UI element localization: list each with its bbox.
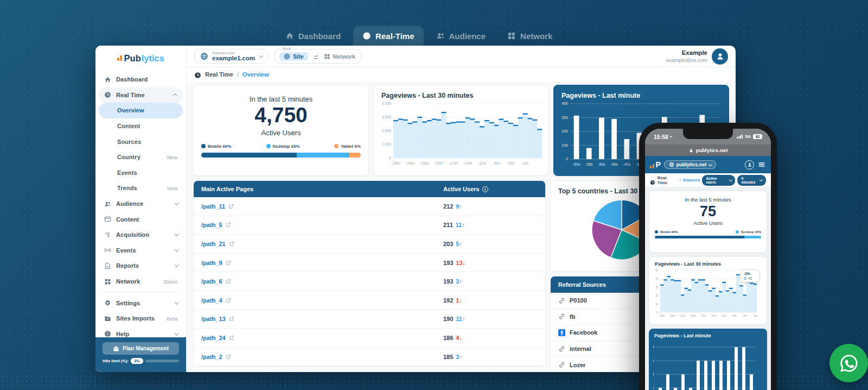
top-navigation: DashboardReal-TimeAudienceNetwork (0, 26, 853, 46)
gear-icon (104, 299, 111, 306)
svg-text:-20m: -20m (435, 161, 443, 165)
page-path-link[interactable]: /path_11 (194, 203, 234, 210)
page-path-link[interactable]: /path_5 (194, 222, 231, 228)
pageviews-30min-card: Pageviews - Last 30 minutes 01,0002,0003… (373, 85, 549, 176)
info-icon[interactable]: i (482, 186, 488, 192)
avatar[interactable] (712, 48, 728, 65)
breadcrumb-page[interactable]: Overview (242, 71, 269, 78)
svg-text:-8m: -8m (493, 161, 500, 165)
svg-text:2: 2 (653, 373, 654, 376)
chevron-down-icon (174, 263, 178, 267)
sidebar-item-acquisition[interactable]: Acquisition (99, 227, 183, 243)
legend-item: Tablet 6% (334, 144, 361, 149)
active-users-card: In the last 5 minutes 4,750 Active Users… (193, 85, 369, 176)
hamburger-menu-icon[interactable] (757, 161, 766, 168)
nav-tab-dashboard[interactable]: Dashboard (276, 26, 350, 46)
svg-text:-26m: -26m (669, 314, 675, 317)
sidebar-item-overview[interactable]: Overview (99, 103, 183, 118)
svg-text:-2m: -2m (522, 161, 528, 165)
facebook-icon (558, 329, 565, 336)
whatsapp-button[interactable] (829, 344, 868, 382)
sidebar-footer: Plan Management Hits limit (%): 3% (95, 337, 186, 372)
svg-text:-23m: -23m (680, 314, 686, 317)
sidebar-item-content[interactable]: Content (99, 118, 183, 134)
grid-icon (104, 278, 111, 285)
page-path-link[interactable]: /path_4 (194, 297, 231, 304)
external-link-icon (229, 316, 234, 322)
clock-icon (104, 91, 111, 98)
active-users-cell: 1853↑ (443, 354, 462, 360)
table-title: Main Active Pages (194, 186, 253, 192)
page-path-link[interactable]: /path_24 (194, 335, 234, 341)
device-stacked-bar (201, 153, 361, 158)
mode-site-button[interactable]: Site (279, 52, 308, 61)
svg-text:-40s: -40s (623, 162, 630, 166)
swap-arrows-icon[interactable] (312, 53, 320, 60)
mode-network-button[interactable]: Network (324, 53, 355, 60)
site-selector-caption: Standard view (212, 51, 255, 55)
legend-item: Desktop 33% (266, 144, 300, 149)
site-selector-value: example1.com (212, 55, 255, 62)
page-path-link[interactable]: /path_13 (194, 316, 234, 322)
phone-site-selector[interactable]: publytics.net (664, 160, 717, 169)
phone-breadcrumb-page[interactable]: Sources (683, 178, 700, 183)
external-link-icon (229, 241, 234, 247)
nav-tab-network[interactable]: Network (498, 26, 561, 46)
clock-icon (650, 178, 655, 183)
sidebar-item-reports[interactable]: Reports (99, 258, 183, 274)
sidebar-item-trends[interactable]: TrendsNew (99, 180, 183, 196)
page-path-link[interactable]: /path_9 (194, 260, 231, 266)
page-path-link[interactable]: /path_2 (194, 354, 231, 360)
badge-new: New (167, 185, 177, 191)
plan-management-label: Plan Management (123, 345, 169, 351)
svg-text:-17m: -17m (449, 161, 458, 165)
phone-active-users-value: 75 (649, 203, 767, 220)
user-block: Example example@ex.com (666, 48, 728, 65)
sidebar-item-settings[interactable]: Settings (99, 295, 183, 311)
phone-mockup: 15:58⌁ 5G 62 publytics.net P publytics.n… (639, 123, 777, 390)
active-users-cell: 2035↑ (443, 241, 462, 247)
sidebar-item-dashboard[interactable]: Dashboard (99, 72, 183, 87)
sidebar-item-audience[interactable]: Audience (99, 196, 183, 212)
svg-text:0: 0 (656, 311, 658, 314)
active-users-cell: 1933↑ (443, 278, 462, 285)
external-link-icon (226, 354, 231, 360)
stack-segment (349, 153, 361, 158)
sidebar-item-sources[interactable]: Sources (99, 134, 183, 149)
nav-tab-audience[interactable]: Audience (427, 26, 495, 46)
svg-text:-17m: -17m (700, 314, 706, 317)
active-users-cell: 1864↓ (443, 335, 462, 341)
time-range-filter[interactable]: 5 minutes (737, 175, 766, 186)
globe-icon (200, 52, 208, 60)
site-selector-dropdown[interactable]: Standard view example1.com (194, 49, 268, 64)
svg-text:-45s: -45s (610, 162, 618, 166)
sidebar-item-content[interactable]: Content (99, 211, 183, 227)
link-icon (558, 313, 565, 320)
phone-active-users-title: In the last 5 minutes (649, 197, 767, 203)
active-users-cell: 21111↑ (443, 222, 465, 228)
sidebar-item-network[interactable]: NetworkDemo (99, 274, 183, 290)
sidebar-item-real-time[interactable]: Real Time (99, 87, 183, 103)
active-users-filter[interactable]: Active users (702, 175, 735, 186)
phone-site-value: publytics.net (676, 162, 707, 167)
phone-avatar[interactable] (745, 160, 754, 169)
phone-breadcrumb-section: Real Time (658, 175, 678, 185)
phone-pageviews-30min-card: Pageviews - Last 30 minutes 01020304050-… (649, 256, 767, 325)
sidebar-item-sites-imports[interactable]: Sites ImportsBeta (99, 311, 183, 326)
page-path-link[interactable]: /path_6 (194, 278, 231, 285)
acquisition-icon (104, 231, 111, 238)
plan-management-button[interactable]: Plan Management (103, 342, 179, 355)
publytics-logo[interactable]: Pub lytics (95, 46, 186, 66)
sidebar-item-events[interactable]: Events (99, 243, 183, 259)
nav-tab-real-time[interactable]: Real-Time (353, 26, 423, 46)
grid-icon (507, 32, 516, 40)
page-path-link[interactable]: /path_21 (194, 241, 234, 247)
svg-text:200: 200 (561, 129, 568, 133)
svg-text:50: 50 (655, 269, 659, 272)
phone-url-bar[interactable]: publytics.net (645, 144, 771, 156)
briefcase-icon (113, 345, 119, 352)
table-row: /path_919313↓ (194, 254, 545, 273)
sidebar-item-country[interactable]: CountryNew (99, 149, 183, 165)
sidebar-item-events[interactable]: Events (99, 165, 183, 181)
notification-icon: ⌁ (670, 134, 673, 139)
